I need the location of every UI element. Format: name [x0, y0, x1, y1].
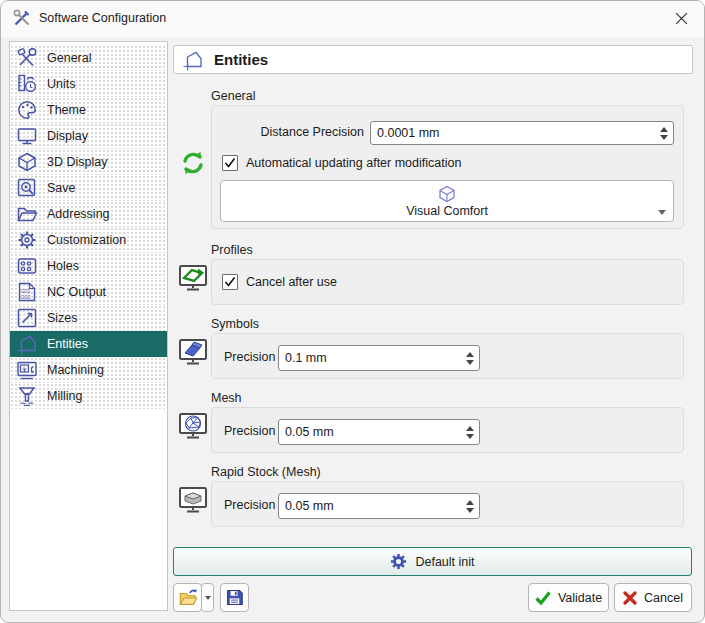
check-icon — [224, 276, 236, 288]
entity-shape-icon — [182, 49, 204, 71]
monitor-mesh-icon — [178, 411, 208, 441]
sidebar-item-addressing[interactable]: Addressing — [10, 201, 167, 227]
tools-icon — [13, 9, 31, 27]
sidebar-item-3d-display[interactable]: 3D Display — [10, 149, 167, 175]
sidebar-item-nc-output[interactable]: G01 G02 NC Output — [10, 279, 167, 305]
close-button[interactable] — [664, 5, 698, 31]
sidebar-item-holes[interactable]: Holes — [10, 253, 167, 279]
sidebar-item-label: Entities — [47, 337, 88, 351]
save-config-button[interactable] — [220, 583, 249, 612]
sidebar-item-label: NC Output — [47, 285, 106, 299]
folder-open-icon — [178, 588, 198, 608]
page-header: Entities — [173, 45, 693, 74]
sidebar-item-label: Machining — [47, 363, 104, 377]
sidebar-item-machining[interactable]: Machining — [10, 357, 167, 383]
visual-comfort-combobox[interactable]: Visual Comfort — [220, 180, 674, 222]
x-icon — [623, 591, 637, 605]
auto-update-checkbox[interactable] — [222, 155, 238, 171]
sidebar-item-label: Sizes — [47, 311, 78, 325]
general-section-label: General — [211, 89, 255, 103]
sidebar-item-theme[interactable]: Theme — [10, 97, 167, 123]
sidebar-item-label: Milling — [47, 389, 82, 403]
check-icon — [224, 157, 236, 169]
open-config-dropdown-button[interactable] — [201, 583, 214, 612]
rapid-stock-group: Precision — [211, 481, 684, 527]
software-configuration-dialog: Software Configuration General — [0, 0, 705, 623]
save-magnifier-icon — [16, 177, 38, 199]
sidebar-item-units[interactable]: Units — [10, 71, 167, 97]
spin-up-button[interactable] — [466, 426, 474, 431]
gear-icon — [16, 229, 38, 251]
symbols-precision-input[interactable] — [279, 346, 461, 370]
spin-down-button[interactable] — [466, 508, 474, 513]
category-sidebar: General Units Theme — [9, 41, 168, 611]
open-config-button[interactable] — [173, 583, 202, 612]
cancel-after-use-checkbox[interactable] — [222, 274, 238, 290]
sidebar-item-display[interactable]: Display — [10, 123, 167, 149]
spin-down-button[interactable] — [660, 135, 668, 140]
monitor-block-icon — [178, 485, 208, 515]
spin-down-button[interactable] — [466, 360, 474, 365]
sidebar-item-customization[interactable]: Customization — [10, 227, 167, 253]
sidebar-item-label: Save — [47, 181, 76, 195]
close-icon — [675, 12, 688, 25]
page-title: Entities — [214, 51, 268, 68]
cube-icon — [438, 185, 456, 203]
monitor-icon — [16, 125, 38, 147]
titlebar: Software Configuration — [1, 1, 704, 37]
default-init-button[interactable]: Default init — [173, 547, 692, 576]
symbols-section-label: Symbols — [211, 317, 259, 331]
window-title: Software Configuration — [39, 11, 166, 25]
mesh-section-label: Mesh — [211, 391, 242, 405]
cancel-label: Cancel — [644, 591, 683, 605]
sidebar-item-save[interactable]: Save — [10, 175, 167, 201]
chevron-down-icon — [205, 596, 211, 600]
mesh-group: Precision — [211, 407, 684, 453]
spin-up-button[interactable] — [660, 127, 668, 132]
rapid-stock-precision-input[interactable] — [279, 494, 461, 518]
sidebar-item-label: 3D Display — [47, 155, 107, 169]
profiles-section-label: Profiles — [211, 243, 253, 257]
sidebar-item-entities[interactable]: Entities — [10, 331, 167, 357]
palette-icon — [16, 99, 38, 121]
sidebar-item-milling[interactable]: Milling — [10, 383, 167, 409]
nc-document-icon: G01 G02 — [16, 281, 38, 303]
folder-icon — [16, 203, 38, 225]
symbols-precision-label: Precision — [224, 350, 275, 364]
cancel-button[interactable]: Cancel — [614, 583, 692, 612]
holes-plate-icon — [16, 255, 38, 277]
ruler-clock-icon — [16, 73, 38, 95]
sidebar-item-sizes[interactable]: Sizes — [10, 305, 167, 331]
sync-green-icon — [178, 148, 208, 178]
chevron-down-icon — [658, 210, 666, 215]
cube-icon — [16, 151, 38, 173]
sidebar-item-label: Customization — [47, 233, 126, 247]
mesh-precision-label: Precision — [224, 424, 275, 438]
validate-label: Validate — [558, 591, 602, 605]
rapid-stock-precision-label: Precision — [224, 498, 275, 512]
sidebar-item-label: Holes — [47, 259, 79, 273]
gear-icon — [390, 553, 407, 570]
spin-down-button[interactable] — [466, 434, 474, 439]
visual-comfort-value: Visual Comfort — [406, 204, 488, 218]
spin-up-button[interactable] — [466, 352, 474, 357]
sidebar-item-label: Units — [47, 77, 75, 91]
distance-precision-spinbox — [370, 121, 674, 145]
mesh-precision-spinbox — [278, 419, 480, 445]
profiles-group: Cancel after use — [211, 259, 684, 305]
mesh-precision-input[interactable] — [279, 420, 461, 444]
check-icon — [535, 591, 551, 605]
machine-icon — [16, 359, 38, 381]
monitor-wedge-icon — [178, 337, 208, 367]
distance-precision-input[interactable] — [371, 122, 655, 144]
sidebar-item-label: Addressing — [47, 207, 110, 221]
entity-shape-icon — [16, 333, 38, 355]
validate-button[interactable]: Validate — [528, 583, 609, 612]
distance-precision-label: Distance Precision — [212, 125, 364, 139]
spin-up-button[interactable] — [466, 500, 474, 505]
rapid-stock-precision-spinbox — [278, 493, 480, 519]
sidebar-item-general[interactable]: General — [10, 45, 167, 71]
save-floppy-icon — [225, 588, 244, 607]
symbols-precision-spinbox — [278, 345, 480, 371]
default-init-label: Default init — [415, 555, 474, 569]
